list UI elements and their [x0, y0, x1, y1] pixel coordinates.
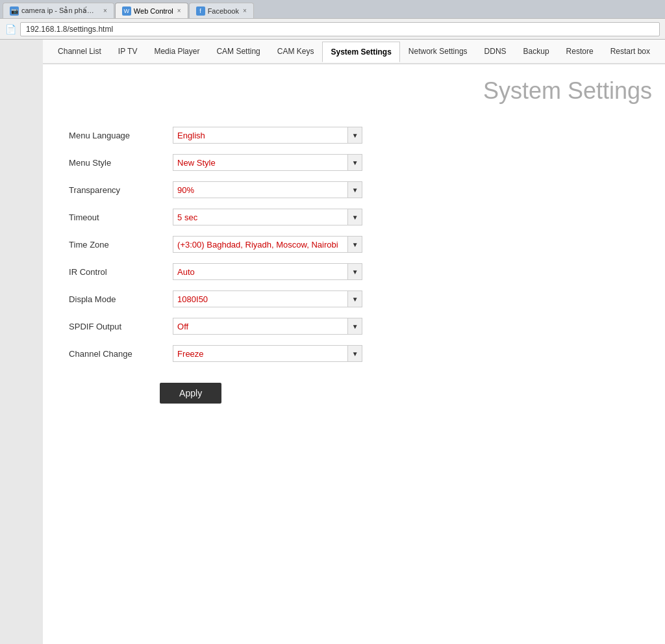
form-row-channel-change: Channel ChangeFreezeBlackMosaic▼	[69, 342, 652, 365]
browser-tab-tab2[interactable]: WWeb Control×	[115, 3, 188, 18]
select-timeout[interactable]: 5 sec10 sec15 sec30 sec	[173, 209, 348, 225]
select-arrow-channel-change[interactable]: ▼	[348, 345, 362, 362]
field-label-displa-mode: Displa Mode	[69, 294, 173, 304]
left-sidebar	[0, 40, 43, 644]
nav-item-iptv[interactable]: IP TV	[110, 41, 146, 62]
select-arrow-time-zone[interactable]: ▼	[348, 236, 362, 253]
content-area: System Settings Menu LanguageEnglishFren…	[43, 64, 665, 644]
field-label-time-zone: Time Zone	[69, 240, 173, 250]
tab-close-button[interactable]: ×	[243, 7, 247, 14]
field-label-transparency: Transparency	[69, 185, 173, 195]
nav-item-cam-keys[interactable]: CAM Keys	[269, 41, 323, 62]
select-wrapper-transparency: 90%80%70%60%50%▼	[173, 181, 362, 198]
tab-close-button[interactable]: ×	[103, 7, 107, 14]
tab-favicon: f	[196, 6, 205, 16]
address-bar: 📄	[0, 18, 665, 39]
nav-item-backup[interactable]: Backup	[515, 41, 558, 62]
form-row-displa-mode: Displa Mode1080I501080P50720P50576P▼	[69, 288, 652, 310]
form-row-timeout: Timeout5 sec10 sec15 sec30 sec▼	[69, 206, 652, 228]
tab-label: Facebook	[208, 7, 239, 15]
apply-button[interactable]: Apply	[160, 383, 221, 404]
form-row-ir-control: IR ControlAutoManual▼	[69, 261, 652, 283]
select-wrapper-menu-language: EnglishFrenchGermanSpanish▼	[173, 127, 362, 144]
form-row-menu-style: Menu StyleNew StyleClassic Style▼	[69, 151, 652, 174]
field-label-timeout: Timeout	[69, 213, 173, 222]
select-wrapper-spdif-output: OffOn▼	[173, 318, 362, 335]
field-label-menu-language: Menu Language	[69, 131, 173, 140]
page-icon: 📄	[5, 24, 16, 34]
address-input[interactable]	[20, 22, 660, 36]
browser-tab-tab3[interactable]: fFacebook×	[189, 3, 254, 18]
field-label-spdif-output: SPDIF Output	[69, 322, 173, 331]
tab-favicon: W	[122, 6, 131, 16]
settings-form: Menu LanguageEnglishFrenchGermanSpanish▼…	[69, 124, 652, 404]
form-row-time-zone: Time Zone(+3:00) Baghdad, Riyadh, Moscow…	[69, 233, 652, 255]
select-arrow-spdif-output[interactable]: ▼	[348, 318, 362, 335]
browser-chrome: 📷camera ip - Sản phẩm ca...×WWeb Control…	[0, 0, 665, 40]
tab-favicon: 📷	[10, 6, 19, 16]
browser-tab-tab1[interactable]: 📷camera ip - Sản phẩm ca...×	[3, 3, 114, 18]
select-displa-mode[interactable]: 1080I501080P50720P50576P	[173, 290, 348, 307]
nav-item-network-settings[interactable]: Network Settings	[400, 41, 476, 62]
select-arrow-ir-control[interactable]: ▼	[348, 263, 362, 280]
select-menu-language[interactable]: EnglishFrenchGermanSpanish	[173, 127, 348, 144]
tab-close-button[interactable]: ×	[177, 7, 181, 14]
form-row-spdif-output: SPDIF OutputOffOn▼	[69, 315, 652, 337]
nav-item-cam-setting[interactable]: CAM Setting	[208, 41, 268, 62]
nav-item-channel-list[interactable]: Channel List	[49, 41, 110, 62]
tab-bar: 📷camera ip - Sản phẩm ca...×WWeb Control…	[0, 0, 665, 18]
nav-item-restart-box[interactable]: Restart box	[602, 41, 659, 62]
tab-label: camera ip - Sản phẩm ca...	[21, 6, 99, 15]
select-wrapper-channel-change: FreezeBlackMosaic▼	[173, 345, 362, 362]
select-arrow-timeout[interactable]: ▼	[348, 209, 362, 225]
field-label-channel-change: Channel Change	[69, 349, 173, 359]
select-menu-style[interactable]: New StyleClassic Style	[173, 154, 348, 171]
page-title: System Settings	[56, 64, 652, 124]
select-wrapper-ir-control: AutoManual▼	[173, 263, 362, 280]
field-label-ir-control: IR Control	[69, 267, 173, 277]
select-ir-control[interactable]: AutoManual	[173, 263, 348, 280]
select-arrow-menu-language[interactable]: ▼	[348, 127, 362, 144]
select-wrapper-time-zone: (+3:00) Baghdad, Riyadh, Moscow, Nairobi…	[173, 236, 362, 253]
select-arrow-menu-style[interactable]: ▼	[348, 154, 362, 171]
select-spdif-output[interactable]: OffOn	[173, 318, 348, 335]
select-arrow-displa-mode[interactable]: ▼	[348, 290, 362, 307]
select-transparency[interactable]: 90%80%70%60%50%	[173, 181, 348, 198]
form-row-menu-language: Menu LanguageEnglishFrenchGermanSpanish▼	[69, 124, 652, 146]
select-channel-change[interactable]: FreezeBlackMosaic	[173, 345, 348, 362]
select-wrapper-menu-style: New StyleClassic Style▼	[173, 154, 362, 171]
nav-bar: Channel ListIP TVMedia PlayerCAM Setting…	[43, 40, 665, 64]
nav-item-restore[interactable]: Restore	[558, 41, 602, 62]
select-time-zone[interactable]: (+3:00) Baghdad, Riyadh, Moscow, Nairobi	[173, 236, 348, 253]
form-row-transparency: Transparency90%80%70%60%50%▼	[69, 179, 652, 201]
select-wrapper-displa-mode: 1080I501080P50720P50576P▼	[173, 290, 362, 307]
nav-item-media-player[interactable]: Media Player	[145, 41, 208, 62]
select-arrow-transparency[interactable]: ▼	[348, 181, 362, 198]
select-wrapper-timeout: 5 sec10 sec15 sec30 sec▼	[173, 209, 362, 225]
nav-item-ddns[interactable]: DDNS	[476, 41, 515, 62]
field-label-menu-style: Menu Style	[69, 158, 173, 168]
tab-label: Web Control	[134, 7, 173, 15]
nav-item-system-settings[interactable]: System Settings	[322, 42, 399, 62]
